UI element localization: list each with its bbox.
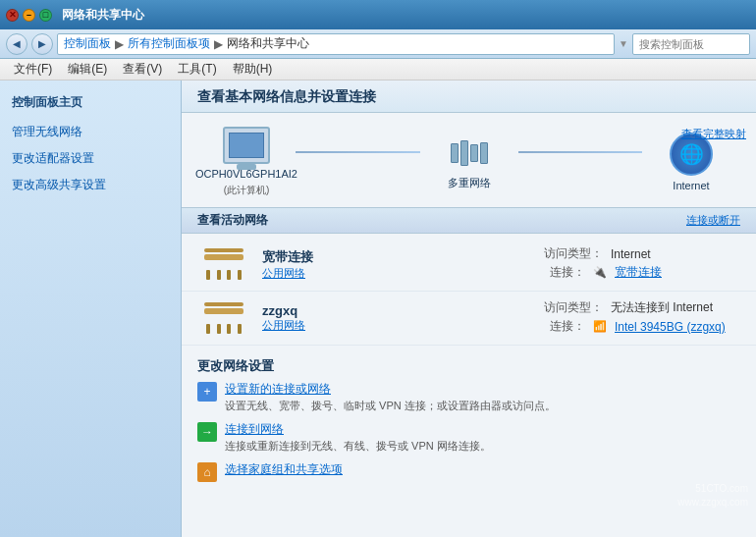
net-node-multi: 多重网络 xyxy=(420,134,518,190)
bench-leg-2 xyxy=(217,270,221,280)
multi-bar-4 xyxy=(480,142,488,164)
new-connection-desc: 设置无线、宽带、拨号、临时或 VPN 连接；或设置路由器或访问点。 xyxy=(225,400,556,411)
back-button[interactable]: ◀ xyxy=(6,33,27,55)
maximize-button[interactable]: □ xyxy=(39,9,52,22)
broadband-connect-value[interactable]: 宽带连接 xyxy=(615,264,662,281)
bench-seat-2 xyxy=(204,308,243,314)
title-bar: ✕ – □ 网络和共享中心 xyxy=(0,0,756,29)
sidebar-link-wireless[interactable]: 管理无线网络 xyxy=(0,119,181,145)
close-button[interactable]: ✕ xyxy=(6,9,19,22)
zzgxq-connect-row: 连接： 📶 Intel 3945BG (zzgxq) xyxy=(544,318,740,335)
zzgxq-connect-value[interactable]: Intel 3945BG (zzgxq) xyxy=(615,320,726,334)
settings-item-new-connection: + 设置新的连接或网络 设置无线、宽带、拨号、临时或 VPN 连接；或设置路由器… xyxy=(197,381,740,413)
broadband-type[interactable]: 公用网络 xyxy=(262,266,532,281)
sidebar: 控制面板主页 管理无线网络 更改适配器设置 更改高级共享设置 xyxy=(0,81,182,537)
bench-seat xyxy=(204,254,243,260)
network-item-broadband: 宽带连接 公用网络 访问类型： Internet 连接： 🔌 宽带连接 xyxy=(182,238,756,292)
broadband-connect-row: 连接： 🔌 宽带连接 xyxy=(544,264,740,281)
network-item-zzgxq: zzgxq 公用网络 访问类型： 无法连接到 Internet 连接： 📶 In… xyxy=(182,292,756,346)
computer-icon xyxy=(223,127,270,164)
broadband-access-label: 访问类型： xyxy=(544,245,603,262)
settings-item-homegroup: ⌂ 选择家庭组和共享选项 xyxy=(197,461,740,482)
zzgxq-access-label: 访问类型： xyxy=(544,299,603,316)
new-connection-link[interactable]: 设置新的连接或网络 xyxy=(225,381,556,398)
menu-view[interactable]: 查看(V) xyxy=(115,59,170,80)
bench-leg-1 xyxy=(206,270,210,280)
change-settings-section: 更改网络设置 + 设置新的连接或网络 设置无线、宽带、拨号、临时或 VPN 连接… xyxy=(182,349,756,494)
menu-file[interactable]: 文件(F) xyxy=(6,59,60,80)
bench-leg-8 xyxy=(238,324,242,334)
address-bar: ◀ ▶ 控制面板 ▶ 所有控制面板项 ▶ 网络和共享中心 ▼ xyxy=(0,29,756,59)
multi-network-icon xyxy=(446,134,493,172)
breadcrumb-allitems[interactable]: 所有控制面板项 xyxy=(128,35,210,52)
settings-item-connect: → 连接到网络 连接或重新连接到无线、有线、拨号或 VPN 网络连接。 xyxy=(197,421,740,454)
connect-text: 连接到网络 连接或重新连接到无线、有线、拨号或 VPN 网络连接。 xyxy=(225,421,491,454)
multi-label: 多重网络 xyxy=(448,176,491,190)
menu-tools[interactable]: 工具(T) xyxy=(170,59,224,80)
zzgxq-type[interactable]: 公用网络 xyxy=(262,318,532,333)
broadband-status: 访问类型： Internet 连接： 🔌 宽带连接 xyxy=(544,245,740,283)
broadband-icon-wrap xyxy=(197,248,250,280)
computer-sublabel: (此计算机) xyxy=(224,184,270,197)
new-connection-icon: + xyxy=(197,382,217,402)
menu-help[interactable]: 帮助(H) xyxy=(225,59,281,80)
bench-back xyxy=(204,248,243,252)
broadband-name: 宽带连接 xyxy=(262,248,532,266)
search-input[interactable] xyxy=(632,33,750,55)
bench-leg-3 xyxy=(227,270,231,280)
connect-link[interactable]: 连接到网络 xyxy=(225,421,491,438)
new-connection-text: 设置新的连接或网络 设置无线、宽带、拨号、临时或 VPN 连接；或设置路由器或访… xyxy=(225,381,556,413)
content-header: 查看基本网络信息并设置连接 xyxy=(182,81,756,113)
zzgxq-connect-label: 连接： xyxy=(544,318,585,335)
minimize-button[interactable]: – xyxy=(23,9,35,22)
forward-button[interactable]: ▶ xyxy=(31,33,53,55)
main-layout: 控制面板主页 管理无线网络 更改适配器设置 更改高级共享设置 查看基本网络信息并… xyxy=(0,81,756,537)
content-title: 查看基本网络信息并设置连接 xyxy=(197,88,740,106)
bench-legs xyxy=(206,270,242,280)
homegroup-text: 选择家庭组和共享选项 xyxy=(225,461,343,479)
active-networks-header: 查看活动网络 连接或断开 xyxy=(182,207,756,234)
zzgxq-info: zzgxq 公用网络 xyxy=(262,303,532,333)
bench-leg-6 xyxy=(217,324,221,334)
sidebar-link-sharing[interactable]: 更改高级共享设置 xyxy=(0,172,181,198)
multi-bar-3 xyxy=(470,144,478,162)
breadcrumb-controlpanel[interactable]: 控制面板 xyxy=(64,35,111,52)
bench-back-2 xyxy=(204,302,243,306)
broadband-access-row: 访问类型： Internet xyxy=(544,245,740,262)
homegroup-link[interactable]: 选择家庭组和共享选项 xyxy=(225,461,343,478)
multi-bar-2 xyxy=(460,140,468,166)
zzgxq-name: zzgxq xyxy=(262,303,532,318)
window-title: 网络和共享中心 xyxy=(62,7,144,24)
zzgxq-status: 访问类型： 无法连接到 Internet 连接： 📶 Intel 3945BG … xyxy=(544,299,740,337)
network-line-1 xyxy=(296,151,420,153)
monitor-screen xyxy=(229,133,264,158)
breadcrumb-current: 网络和共享中心 xyxy=(227,35,309,52)
net-node-computer: OCPH0VL6GPH1AI2 (此计算机) xyxy=(197,127,296,197)
broadband-access-value: Internet xyxy=(611,247,651,261)
homegroup-icon: ⌂ xyxy=(197,462,217,482)
network-diagram: OCPH0VL6GPH1AI2 (此计算机) 多重网络 xyxy=(182,113,756,207)
connect-or-disconnect-link[interactable]: 连接或断开 xyxy=(686,213,740,228)
menu-edit[interactable]: 编辑(E) xyxy=(60,59,115,80)
settings-title: 更改网络设置 xyxy=(197,357,740,375)
network-line-2 xyxy=(518,151,643,153)
sidebar-title: 控制面板主页 xyxy=(0,88,181,119)
bench-leg-4 xyxy=(238,270,242,280)
multi-bar-1 xyxy=(451,143,459,163)
bench-icon-zzgxq xyxy=(200,302,247,334)
breadcrumb-sep2: ▶ xyxy=(214,37,223,51)
connect-desc: 连接或重新连接到无线、有线、拨号或 VPN 网络连接。 xyxy=(225,440,491,452)
sidebar-link-adapter[interactable]: 更改适配器设置 xyxy=(0,145,181,172)
network-list: 宽带连接 公用网络 访问类型： Internet 连接： 🔌 宽带连接 xyxy=(182,234,756,349)
zzgxq-access-value: 无法连接到 Internet xyxy=(611,299,713,316)
breadcrumb-sep1: ▶ xyxy=(115,37,124,51)
breadcrumb: 控制面板 ▶ 所有控制面板项 ▶ 网络和共享中心 xyxy=(57,33,615,55)
view-complete-link[interactable]: 查看完整映射 xyxy=(681,127,746,141)
zzgxq-access-row: 访问类型： 无法连接到 Internet xyxy=(544,299,740,316)
net-node-internet: 🌐 Internet xyxy=(642,133,740,191)
address-dropdown[interactable]: ▼ xyxy=(619,38,628,49)
broadband-info: 宽带连接 公用网络 xyxy=(262,248,532,281)
zzgxq-icon-wrap xyxy=(197,302,250,334)
menu-bar: 文件(F) 编辑(E) 查看(V) 工具(T) 帮助(H) xyxy=(0,59,756,81)
bench-legs-2 xyxy=(206,324,242,334)
